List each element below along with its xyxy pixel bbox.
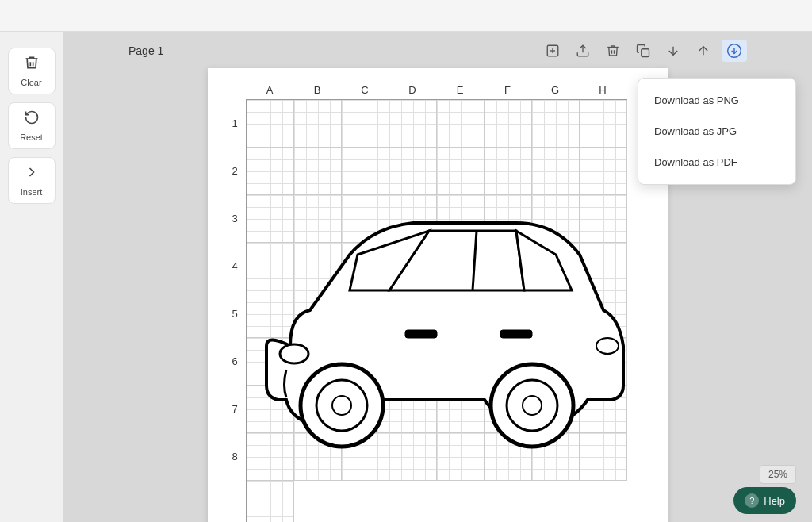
grid-cell[interactable] bbox=[485, 290, 532, 338]
grid-cell[interactable] bbox=[342, 338, 389, 386]
export-button[interactable] bbox=[571, 40, 595, 61]
add-page-button[interactable] bbox=[541, 40, 565, 61]
reset-button[interactable]: Reset bbox=[8, 102, 56, 149]
grid-cell[interactable] bbox=[580, 433, 627, 481]
grid-cell[interactable] bbox=[247, 338, 294, 386]
grid-cell[interactable] bbox=[247, 243, 294, 290]
download-button[interactable] bbox=[722, 40, 747, 62]
grid-cell[interactable] bbox=[485, 433, 532, 481]
main-layout: Clear Reset Insert Page 1 bbox=[0, 32, 812, 522]
grid-cell[interactable] bbox=[580, 290, 627, 338]
grid-cell[interactable] bbox=[294, 290, 342, 338]
grid-cell[interactable] bbox=[342, 195, 389, 243]
grid-cell[interactable] bbox=[437, 290, 485, 338]
download-png-item[interactable]: Download as PNG bbox=[638, 85, 795, 116]
col-header-b: B bbox=[293, 84, 341, 99]
grid-cell[interactable] bbox=[389, 243, 437, 290]
content-area: Page 1 bbox=[63, 32, 812, 522]
grid-cell[interactable] bbox=[389, 148, 437, 195]
grid-body: 1 2 3 4 5 6 7 8 bbox=[224, 99, 652, 522]
grid-cell[interactable] bbox=[294, 433, 342, 481]
grid-cell[interactable] bbox=[580, 386, 627, 433]
delete-page-button[interactable] bbox=[601, 40, 625, 61]
grid-cell[interactable] bbox=[389, 195, 437, 243]
download-jpg-item[interactable]: Download as JPG bbox=[638, 116, 795, 147]
zoom-level: 25% bbox=[768, 469, 787, 480]
grid-cell[interactable] bbox=[247, 100, 294, 148]
grid-cell[interactable] bbox=[389, 386, 437, 433]
download-pdf-item[interactable]: Download as PDF bbox=[638, 147, 795, 178]
grid-cell[interactable] bbox=[294, 100, 342, 148]
grid-cell[interactable] bbox=[389, 290, 437, 338]
grid-cell[interactable] bbox=[389, 100, 437, 148]
insert-button[interactable]: Insert bbox=[8, 157, 56, 204]
grid-cell[interactable] bbox=[437, 148, 485, 195]
grid-cell[interactable] bbox=[342, 100, 389, 148]
grid-cell[interactable] bbox=[485, 148, 532, 195]
grid-cell[interactable] bbox=[247, 386, 294, 433]
grid-cell[interactable] bbox=[437, 386, 485, 433]
grid-cell[interactable] bbox=[342, 290, 389, 338]
grid-cell[interactable] bbox=[532, 100, 580, 148]
row-headers: 1 2 3 4 5 6 7 8 bbox=[224, 99, 246, 522]
grid-cell[interactable] bbox=[532, 243, 580, 290]
grid-cell[interactable] bbox=[485, 100, 532, 148]
clear-label: Clear bbox=[21, 78, 41, 87]
trash-icon bbox=[24, 55, 40, 75]
grid-cell[interactable] bbox=[532, 290, 580, 338]
grid-cell[interactable] bbox=[485, 386, 532, 433]
grid-cell[interactable] bbox=[247, 290, 294, 338]
help-label: Help bbox=[764, 495, 785, 507]
grid-cell[interactable] bbox=[389, 433, 437, 481]
grid-cell[interactable] bbox=[580, 100, 627, 148]
grid-cell[interactable] bbox=[294, 148, 342, 195]
grid-cell[interactable] bbox=[532, 338, 580, 386]
grid-cell[interactable] bbox=[294, 195, 342, 243]
row-header-1: 1 bbox=[224, 99, 246, 147]
grid-cell[interactable] bbox=[342, 433, 389, 481]
clear-button[interactable]: Clear bbox=[8, 48, 56, 94]
col-header-e: E bbox=[436, 84, 484, 99]
grid-cell[interactable] bbox=[437, 195, 485, 243]
grid-cell[interactable] bbox=[532, 386, 580, 433]
grid-cell[interactable] bbox=[485, 195, 532, 243]
move-up-button[interactable] bbox=[691, 40, 715, 61]
grid-cell[interactable] bbox=[485, 338, 532, 386]
grid-cell[interactable] bbox=[342, 243, 389, 290]
grid-cell[interactable] bbox=[532, 195, 580, 243]
grid-cell[interactable] bbox=[580, 338, 627, 386]
grid-cells bbox=[246, 99, 627, 522]
grid-cell[interactable] bbox=[294, 243, 342, 290]
move-down-button[interactable] bbox=[661, 40, 685, 61]
col-header-h: H bbox=[579, 84, 626, 99]
grid-cell[interactable] bbox=[437, 100, 485, 148]
insert-icon bbox=[24, 164, 40, 184]
grid-cell[interactable] bbox=[247, 148, 294, 195]
grid-cell[interactable] bbox=[437, 338, 485, 386]
grid-cell[interactable] bbox=[342, 148, 389, 195]
grid-cell[interactable] bbox=[580, 148, 627, 195]
grid-cell[interactable] bbox=[580, 195, 627, 243]
grid-cell[interactable] bbox=[294, 338, 342, 386]
grid-cell[interactable] bbox=[247, 433, 294, 481]
grid-cell[interactable] bbox=[532, 148, 580, 195]
sidebar: Clear Reset Insert bbox=[0, 32, 63, 522]
grid-cell[interactable] bbox=[437, 243, 485, 290]
grid-cell[interactable] bbox=[247, 481, 294, 522]
grid-cell[interactable] bbox=[485, 243, 532, 290]
copy-button[interactable] bbox=[631, 40, 655, 61]
grid-cell[interactable] bbox=[580, 243, 627, 290]
grid-cell[interactable] bbox=[294, 386, 342, 433]
help-button[interactable]: ? Help bbox=[733, 487, 796, 514]
grid-cell[interactable] bbox=[247, 195, 294, 243]
grid-cell[interactable] bbox=[532, 433, 580, 481]
zoom-badge: 25% bbox=[760, 465, 796, 484]
column-headers: A B C D E F G H bbox=[246, 84, 652, 99]
help-icon: ? bbox=[745, 493, 759, 508]
row-header-2: 2 bbox=[224, 147, 246, 194]
col-header-c: C bbox=[341, 84, 389, 99]
grid-cell[interactable] bbox=[389, 338, 437, 386]
grid-cell[interactable] bbox=[342, 386, 389, 433]
grid-cell[interactable] bbox=[437, 433, 485, 481]
grid-container: A B C D E F G H 1 2 3 4 5 bbox=[224, 84, 652, 522]
